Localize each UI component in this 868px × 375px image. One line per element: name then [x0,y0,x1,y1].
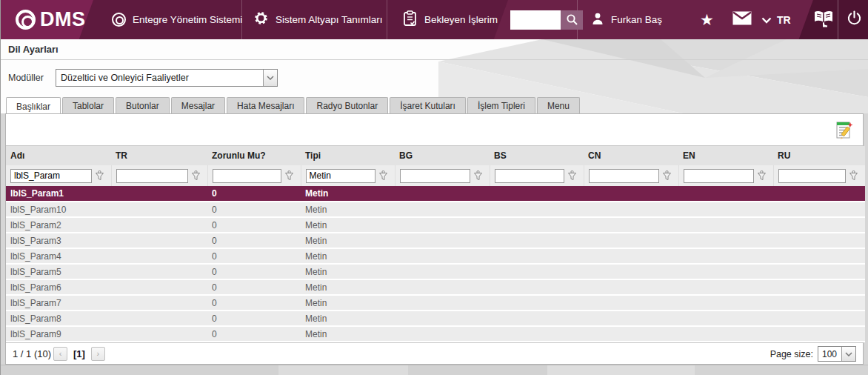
favorites-button[interactable]: ★ [700,0,714,39]
filter-input-tipi[interactable] [306,169,375,183]
power-icon [847,10,862,29]
cell: 0 [207,248,301,264]
filter-icon[interactable] [191,170,201,181]
cell [111,295,207,311]
column-header-adı[interactable]: Adı [6,146,111,165]
tab-butonlar[interactable]: Butonlar [116,97,170,113]
open-book-hand-icon [813,9,834,31]
logo-text: DMS [40,8,86,31]
help-button[interactable] [813,0,834,39]
filter-icon[interactable] [757,170,767,181]
prev-page-button[interactable]: ‹ [53,347,67,361]
cell [111,202,207,217]
cell [490,233,584,248]
filter-icon[interactable] [662,170,672,181]
chevron-down-icon[interactable] [841,347,855,361]
column-header-cn[interactable]: CN [584,146,678,165]
filter-input-zorunlu-mu-[interactable] [213,169,281,183]
cell: lblS_Param4 [6,248,111,264]
filter-icon[interactable] [567,170,577,181]
cell: Metin [301,311,395,326]
column-header-ru[interactable]: RU [773,146,865,165]
user-menu[interactable]: Furkan Baş [591,0,662,39]
filter-icon[interactable] [95,170,104,181]
content-panel: AdıTRZorunlu Mu?TipiBGBSCNENRU lblS_Para… [5,113,864,365]
column-header-bs[interactable]: BS [490,146,584,165]
search-button[interactable] [561,10,583,30]
cell: Metin [301,264,395,279]
next-page-button[interactable]: › [91,347,105,361]
logout-button[interactable] [847,0,862,39]
table-row-lblS_Param9[interactable]: lblS_Param90Metin [6,326,865,342]
topbar: DMS Entegre Yönetim Sistemi Sistem Altya… [1,0,868,39]
cell [111,217,207,233]
cell: Metin [301,186,395,202]
cell: 0 [207,233,301,248]
filter-icon[interactable] [378,170,388,181]
cell: 0 [207,311,301,326]
table-row-lblS_Param1[interactable]: lblS_Param10Metin [6,186,865,202]
cell [490,279,584,295]
cell [111,311,207,326]
current-page-link[interactable]: [1] [73,348,85,359]
filter-icon[interactable] [473,170,483,181]
tab-menu[interactable]: Menu [537,97,580,113]
table-row-lblS_Param2[interactable]: lblS_Param20Metin [6,217,865,233]
search-input[interactable] [510,10,561,30]
column-header-en[interactable]: EN [678,146,773,165]
topbar-separator [387,0,387,39]
menu-entegre-yonetim-sistemi[interactable]: Entegre Yönetim Sistemi [112,0,242,39]
page-size-label: Page size: [770,349,813,359]
column-header-bg[interactable]: BG [395,146,490,165]
page-size-dropdown[interactable]: 100 [818,346,856,362]
tab-radyo-butonlar[interactable]: Radyo Butonlar [306,97,388,113]
cell: Metin [301,279,395,295]
table-row-lblS_Param8[interactable]: lblS_Param80Metin [6,311,865,326]
table-row-lblS_Param4[interactable]: lblS_Param40Metin [6,248,865,264]
tab-mesajlar[interactable]: Mesajlar [171,97,225,113]
cell [584,248,678,264]
tab-başlıklar[interactable]: Başlıklar [6,97,61,114]
module-dropdown[interactable]: Düzeltici ve Onleyici Faaliyetler [56,69,278,87]
chevron-down-icon[interactable] [263,70,277,86]
filter-input-adı[interactable] [10,169,92,183]
column-header-tipi[interactable]: Tipi [301,146,395,165]
language-selector[interactable]: TR [761,0,791,39]
column-header-tr[interactable]: TR [111,146,207,165]
table-row-lblS_Param10[interactable]: lblS_Param100Metin [6,202,865,217]
table-row-lblS_Param6[interactable]: lblS_Param60Metin [6,279,865,295]
cell [111,264,207,279]
filter-input-ru[interactable] [778,169,847,183]
filter-input-tr[interactable] [116,169,188,183]
menu-sistem-altyapi-tanimlari[interactable]: Sistem Altyapı Tanımları [253,0,383,39]
qdms-logo[interactable]: DMS [16,0,86,39]
filter-input-en[interactable] [684,169,754,183]
cell: Metin [301,326,395,342]
cell [584,202,678,217]
cell [490,326,584,342]
tab-hata-mesajları[interactable]: Hata Mesajları [227,97,304,113]
table-row-lblS_Param3[interactable]: lblS_Param30Metin [6,233,865,248]
edit-list-button[interactable] [833,120,855,141]
table-row-lblS_Param7[interactable]: lblS_Param70Metin [6,295,865,311]
cell [584,311,678,326]
menu-bekleyen-islerim[interactable]: Bekleyen İşlerim [403,0,498,39]
grid-footer: 1 / 1 (10) ‹ [1] › Page size: 100 [6,342,863,365]
filter-cell-tipi [301,165,395,186]
cell [111,279,207,295]
column-header-zorunlu-mu-[interactable]: Zorunlu Mu? [207,146,301,165]
cell: lblS_Param6 [6,279,111,295]
module-row: Modüller Düzeltici ve Onleyici Faaliyetl… [1,60,868,95]
filter-icon[interactable] [849,170,858,181]
filter-input-bg[interactable] [400,169,470,183]
filter-icon[interactable] [284,170,294,181]
grid-filter-row [6,165,865,186]
tab-i̇şlem-tipleri[interactable]: İşlem Tipleri [467,97,535,113]
table-row-lblS_Param5[interactable]: lblS_Param50Metin [6,264,865,279]
cell [773,233,865,248]
tab-tablolar[interactable]: Tablolar [62,97,114,113]
tab-i̇şaret-kutuları[interactable]: İşaret Kutuları [390,97,466,113]
filter-input-cn[interactable] [589,169,659,183]
filter-input-bs[interactable] [495,169,564,183]
messages-button[interactable] [732,0,752,39]
